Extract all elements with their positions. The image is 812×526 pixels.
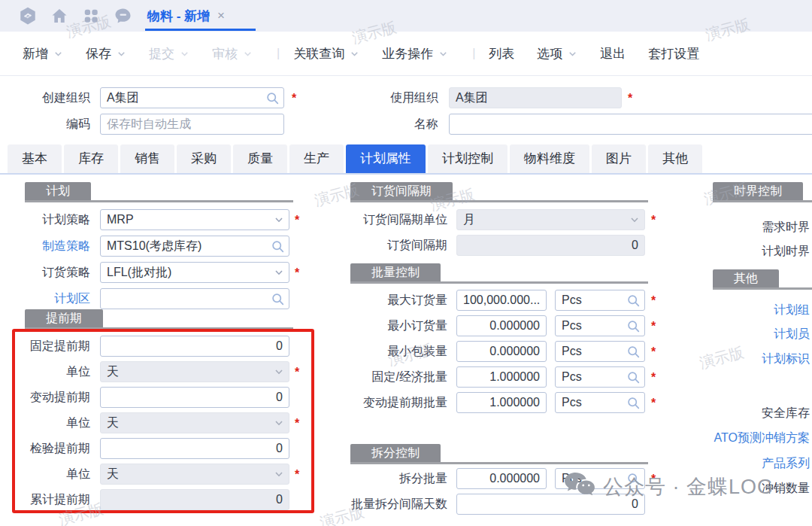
ato-offset-plan-label[interactable]: ATO预测冲销方案 (684, 429, 810, 447)
tab-inventory[interactable]: 库存 (64, 144, 118, 173)
chat-icon[interactable] (111, 5, 134, 26)
plan-area-field[interactable] (100, 288, 289, 309)
cumulative-leadtime-label: 累计提前期 (0, 489, 96, 510)
options-button[interactable]: 选项 (537, 45, 577, 62)
section-order-interval-title: 订货间隔期 (350, 182, 453, 200)
use-org-field: A集团 (449, 87, 622, 108)
chevron-down-icon (568, 49, 577, 59)
chevron-down-icon (350, 49, 359, 59)
split-batch-label: 拆分批量 (342, 468, 453, 489)
chevron-down-icon (274, 469, 284, 479)
variable-leadtime-batch-unit-field[interactable]: Pcs (555, 392, 645, 413)
section-batch-control: 批量控制 (350, 263, 648, 284)
inspect-leadtime-unit-select: 天 (100, 464, 289, 485)
cumulative-leadtime-input: 0 (100, 489, 289, 510)
chevron-down-icon (438, 49, 448, 59)
logo-icon[interactable] (17, 5, 39, 26)
chevron-down-icon (53, 49, 63, 59)
required-mark: * (295, 412, 299, 433)
top-bar: 物料 - 新增 × (0, 0, 812, 32)
tab-quality[interactable]: 质量 (233, 144, 287, 173)
fixed-economic-batch-unit-field[interactable]: Pcs (555, 366, 645, 388)
inspect-leadtime-input[interactable]: 0 (100, 438, 289, 459)
search-icon (627, 345, 640, 358)
order-interval-unit-label: 订货间隔期单位 (342, 209, 453, 230)
fixed-leadtime-input[interactable]: 0 (100, 336, 289, 357)
list-button[interactable]: 列表 (489, 45, 514, 62)
code-field[interactable]: 保存时自动生成 (100, 114, 284, 135)
mfg-strategy-label[interactable]: 制造策略 (0, 236, 96, 257)
order-strategy-select[interactable]: LFL(批对批) (100, 262, 289, 283)
required-mark: * (651, 392, 656, 413)
tab-other[interactable]: 其他 (648, 144, 702, 173)
document-tab[interactable]: 物料 - 新增 × (147, 0, 225, 32)
plan-time-fence-label: 计划时界 (699, 242, 810, 260)
min-order-qty-input[interactable]: 0.000000 (456, 315, 547, 336)
split-batch-unit-field[interactable]: Pcs (555, 468, 645, 489)
name-field[interactable] (449, 114, 812, 135)
search-icon (627, 320, 640, 333)
tab-sales[interactable]: 销售 (120, 144, 174, 173)
required-mark: * (651, 341, 656, 362)
plan-mark-label[interactable]: 计划标识 (699, 350, 810, 368)
create-org-field[interactable]: A集团 (100, 87, 284, 108)
section-leadtime: 提前期 (25, 309, 293, 330)
fixed-economic-batch-input[interactable]: 1.000000 (456, 366, 547, 388)
planner-label[interactable]: 计划员 (699, 325, 810, 343)
close-icon[interactable]: × (217, 8, 225, 23)
required-mark: * (295, 262, 299, 283)
save-button[interactable]: 保存 (86, 45, 126, 62)
split-interval-days-input[interactable]: 0 (456, 494, 645, 515)
min-order-qty-label: 最小订货量 (342, 315, 453, 336)
exit-button[interactable]: 退出 (600, 45, 626, 62)
product-series-label[interactable]: 产品系列 (699, 455, 810, 473)
inspect-leadtime-label: 检验提前期 (0, 438, 96, 459)
order-strategy-label: 订货策略 (0, 262, 96, 283)
chevron-down-icon (243, 49, 253, 59)
business-operation-button[interactable]: 业务操作 (382, 45, 448, 62)
plan-area-label[interactable]: 计划区 (0, 288, 96, 309)
apps-grid-icon[interactable] (80, 5, 102, 26)
related-query-button[interactable]: 关联查询 (293, 45, 359, 62)
home-icon[interactable] (48, 5, 71, 26)
unit-label: 单位 (0, 361, 96, 382)
section-other: 其他 (713, 269, 812, 290)
plan-attributes-panel: 计划 计划策略 MRP * 制造策略 MTS10(考虑库存) 订货策略 LFL(… (0, 175, 812, 526)
plan-strategy-label: 计划策略 (0, 209, 96, 230)
tab-plan-control[interactable]: 计划控制 (428, 144, 508, 173)
max-order-qty-input[interactable]: 100,000.000... (456, 290, 547, 311)
section-time-fence-title: 时界控制 (713, 182, 803, 200)
search-icon (266, 92, 279, 105)
new-button[interactable]: 新增 (23, 45, 63, 62)
create-org-label: 创建组织 (0, 87, 96, 108)
min-order-qty-unit-field[interactable]: Pcs (555, 315, 645, 336)
order-interval-input: 0 (456, 235, 645, 256)
required-mark: * (651, 366, 656, 388)
split-batch-input[interactable]: 0.000000 (456, 468, 547, 489)
tab-production[interactable]: 生产 (289, 144, 344, 173)
plan-group-label[interactable]: 计划组 (699, 301, 810, 319)
section-leadtime-title: 提前期 (25, 309, 103, 327)
search-icon (627, 294, 640, 307)
tab-plan-attributes[interactable]: 计划属性 (346, 144, 426, 173)
print-settings-button[interactable]: 套打设置 (648, 45, 699, 62)
max-order-qty-unit-field[interactable]: Pcs (555, 290, 645, 311)
section-split-control: 拆分控制 (350, 444, 648, 464)
variable-leadtime-input[interactable]: 0 (100, 387, 289, 408)
variable-leadtime-batch-input[interactable]: 1.000000 (456, 392, 547, 413)
tab-basic[interactable]: 基本 (8, 144, 62, 173)
mfg-strategy-field[interactable]: MTS10(考虑库存) (100, 236, 289, 257)
safety-stock-label: 安全库存 (699, 404, 810, 422)
code-label: 编码 (0, 114, 96, 135)
min-pack-qty-input[interactable]: 0.000000 (456, 341, 547, 362)
max-order-qty-label: 最大订货量 (342, 290, 453, 311)
tab-material-dimension[interactable]: 物料维度 (510, 144, 589, 173)
search-icon (627, 473, 640, 485)
plan-strategy-select[interactable]: MRP (100, 209, 289, 230)
toolbar: 新增 保存 提交 审核 | 关联查询 业务操作 | 列表 选项 退出 套打设置 (0, 32, 812, 75)
tab-purchase[interactable]: 采购 (177, 144, 231, 173)
required-mark: * (295, 464, 299, 485)
tab-image[interactable]: 图片 (592, 144, 646, 173)
required-mark: * (295, 209, 299, 230)
min-pack-qty-unit-field[interactable]: Pcs (555, 341, 645, 362)
